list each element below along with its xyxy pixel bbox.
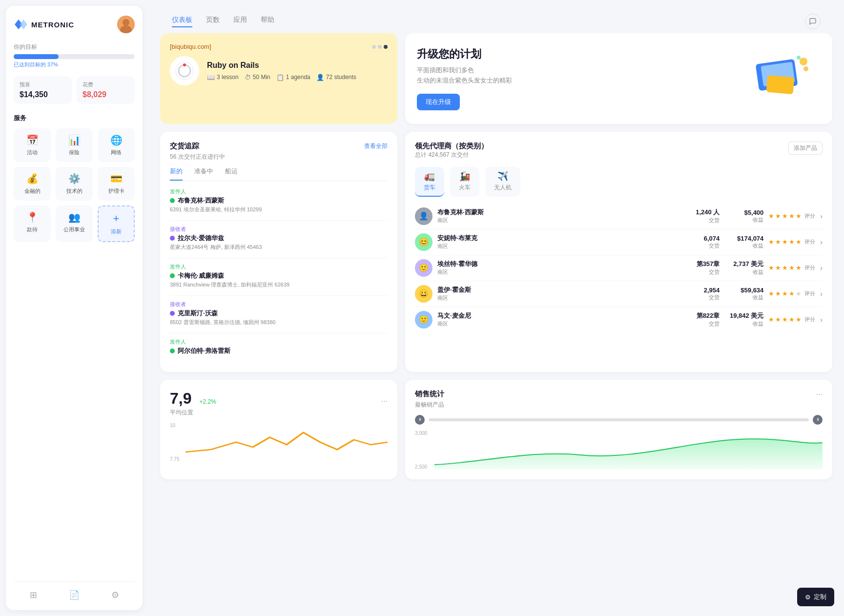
carecard-label: 护理卡: [108, 187, 124, 195]
sales-title: 销售统计: [415, 390, 444, 399]
agent-arrow-4[interactable]: ›: [820, 290, 823, 298]
delivery-header: 交货追踪 查看全部: [170, 142, 388, 151]
y-axis: 10 7.75: [170, 423, 182, 462]
service-insurance[interactable]: 📊 保险: [56, 128, 93, 162]
slider-handle-right[interactable]: ⏸: [813, 415, 823, 425]
course-card-header: [biqubiqu.com]: [170, 43, 388, 50]
stat-widget-card: 7,9 +2.2% ··· 平均位置 10 7.75: [160, 380, 397, 479]
cat-truck-label: 货车: [424, 184, 435, 192]
agent-revenue-5: 19,842 美元 收益: [724, 311, 763, 328]
course-meta: 📖 3 lesson ⏱ 50 Min 📋 1 agenda: [207, 74, 356, 81]
logo-icon: [14, 18, 27, 31]
agents-title-group: 领先代理商（按类别） 总计 424,567 次交付: [415, 142, 488, 165]
role-sender-3: 发件人: [170, 338, 388, 346]
file-icon[interactable]: 📄: [69, 590, 80, 600]
tab-dashboard[interactable]: 仪表板: [172, 16, 192, 27]
slider-handle-left[interactable]: ⏸: [415, 415, 425, 425]
sales-menu-icon[interactable]: ···: [816, 390, 823, 399]
service-activity[interactable]: 📅 活动: [14, 128, 51, 162]
agent-arrow-5[interactable]: ›: [820, 316, 823, 324]
role-receiver-1: 接收者: [170, 226, 388, 233]
sales-y-top: 3,000: [415, 431, 429, 436]
name-row-5: 阿尔伯特·弗洛雷斯: [170, 347, 388, 355]
agent-count-2: 6,074: [690, 235, 720, 242]
tab-new[interactable]: 新的: [170, 167, 183, 181]
chat-icon[interactable]: [805, 14, 821, 29]
agent-stat-4: 2,954 交货: [690, 287, 720, 301]
layers-icon[interactable]: ⊞: [30, 590, 37, 600]
upgrade-illustration: [742, 52, 821, 105]
cat-tab-truck[interactable]: 🚛 货车: [415, 167, 444, 197]
star-3e: ★: [796, 264, 802, 271]
tab-apps[interactable]: 应用: [233, 16, 247, 27]
sales-chart-svg: [434, 431, 823, 470]
service-hospitality[interactable]: 📍 款待: [14, 205, 51, 242]
star-1e: ★: [796, 212, 802, 220]
utility-icon: 👥: [68, 211, 81, 223]
service-finance[interactable]: 💰 金融的: [14, 167, 51, 201]
cat-tab-train[interactable]: 🚂 火车: [450, 167, 479, 197]
agents-title: 领先代理商（按类别）: [415, 142, 488, 151]
agenda-icon: 📋: [276, 74, 284, 81]
agent-arrow-2[interactable]: ›: [820, 238, 823, 246]
service-utility[interactable]: 👥 公用事业: [56, 205, 93, 242]
expense-card: 花费 $8,029: [77, 76, 135, 104]
tab-preparing[interactable]: 准备中: [194, 167, 213, 181]
activity-icon: 📅: [26, 134, 39, 146]
customize-button[interactable]: ⚙ 定制: [797, 588, 834, 606]
agent-avatar-5: 🙂: [415, 311, 432, 329]
cat-train-label: 火车: [459, 184, 471, 192]
add-product-button[interactable]: 添加产品: [788, 142, 823, 155]
agent-region-4: 南区: [437, 294, 685, 302]
content-rows: [biqubiqu.com]: [148, 33, 844, 616]
agent-arrow-1[interactable]: ›: [820, 212, 823, 220]
role-sender-2: 发件人: [170, 263, 388, 270]
slider-track[interactable]: [429, 418, 809, 421]
tab-shipping[interactable]: 船运: [225, 167, 238, 181]
agent-row-2: 😊 安妮特·布莱克 南区 6,074 交货 $174,074 收益 ★: [415, 229, 823, 255]
delivery-item-1: 发件人 布鲁克林·西蒙斯 6391 埃尔全圣塞果哈, 特拉华州 10299: [170, 188, 388, 213]
star-5b: ★: [775, 316, 781, 323]
progress-bar-fill: [14, 54, 59, 59]
location-dot-3: [170, 273, 175, 278]
sales-chart: [434, 431, 823, 470]
stat-menu-icon[interactable]: ···: [381, 397, 388, 406]
agent-row-4: 😀 盖伊·霍金斯 南区 2,954 交货 $59,634 收益 ★: [415, 281, 823, 307]
dot-active: [384, 45, 388, 49]
cat-tab-drone[interactable]: ✈️ 无人机: [485, 167, 520, 197]
name-row-4: 克里斯汀·沃森: [170, 309, 388, 318]
upgrade-button[interactable]: 现在升级: [417, 94, 460, 110]
stat-chart-svg: [185, 423, 388, 462]
service-carecard[interactable]: 💳 护理卡: [98, 167, 135, 201]
meta-time: ⏱ 50 Min: [245, 74, 270, 81]
service-add-new[interactable]: + 添新: [98, 205, 135, 242]
budget-label: 预算: [20, 81, 66, 88]
row-2: 交货追踪 查看全部 56 次交付正在进行中 新的 准备中 船运 发件人 布鲁克林…: [160, 132, 832, 372]
agent-name-4: 盖伊·霍金斯: [437, 286, 685, 294]
sales-header: 销售统计 ···: [415, 390, 823, 400]
user-avatar[interactable]: [117, 16, 135, 33]
rating-label-1: 评分: [804, 212, 815, 220]
tab-help[interactable]: 帮助: [261, 16, 274, 27]
agent-revenue-val-3: 2,737 美元: [724, 260, 763, 268]
delivery-tabs: 新的 准备中 船运: [170, 167, 388, 181]
star-4e: ★: [796, 290, 802, 297]
agent-revenue-label-1: 收益: [724, 216, 763, 224]
delivery-item-4: 接收者 克里斯汀·沃森 8502 普雷斯顿路, 英格尔伍德, 缅因州 98380: [170, 301, 388, 326]
agent-region-5: 南区: [437, 320, 685, 328]
agent-row-5: 🙂 马文·麦金尼 南区 第822章 交货 19,842 美元 收益 ★: [415, 307, 823, 332]
star-3c: ★: [782, 264, 788, 271]
star-1d: ★: [789, 212, 795, 220]
star-5a: ★: [768, 316, 774, 323]
tab-pages[interactable]: 页数: [206, 16, 220, 27]
settings-icon[interactable]: ⚙: [111, 590, 119, 600]
star-2b: ★: [775, 238, 781, 246]
view-all-link[interactable]: 查看全部: [364, 142, 388, 150]
svg-point-9: [800, 58, 807, 65]
agent-arrow-3[interactable]: ›: [820, 264, 823, 272]
sales-chart-wrapper: 3,000 2,500: [415, 431, 823, 470]
y-label-bottom: 7.75: [170, 456, 180, 462]
service-network[interactable]: 🌐 网络: [98, 128, 135, 162]
service-tech[interactable]: ⚙️ 技术的: [56, 167, 93, 201]
agent-stat-3: 第357章 交货: [690, 260, 720, 276]
